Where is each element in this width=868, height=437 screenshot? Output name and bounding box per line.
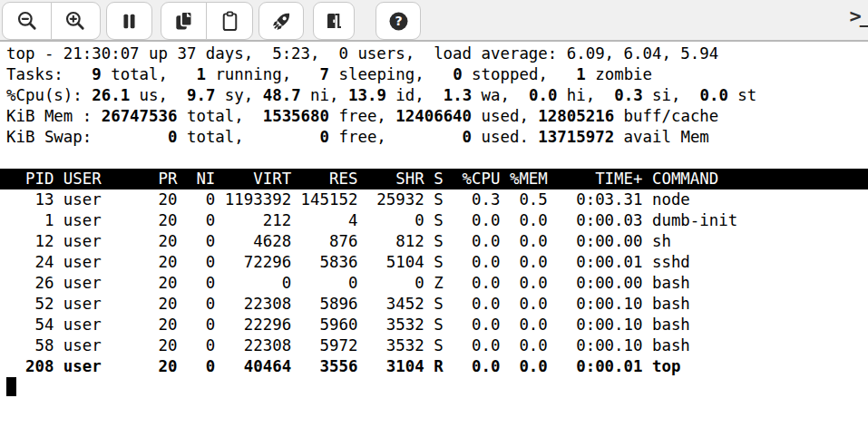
terminal-prompt-icon[interactable]: >_ [850,5,868,27]
summary-line: top - 21:30:07 up 37 days, 5:23, 0 users… [0,44,868,64]
rocket-icon [270,10,293,33]
process-row: 208 user 20 0 40464 3556 3104 R 0.0 0.0 … [0,356,868,377]
top-summary: top - 21:30:07 up 37 days, 5:23, 0 users… [0,44,868,148]
zoom-in-button[interactable] [51,2,101,40]
svg-text:?: ? [395,14,402,28]
summary-line: %Cpu(s): 26.1 us, 9.7 sy, 48.7 ni, 13.9 … [0,85,868,106]
exit-button-group [313,2,355,40]
process-table: 13 user 20 0 1193392 145152 25932 S 0.3 … [0,189,868,377]
process-table-header: PID USER PR NI VIRT RES SHR S %CPU %MEM … [0,169,868,189]
summary-line: KiB Swap: 0 total, 0 free, 0 used. 13715… [0,127,868,148]
process-row: 12 user 20 0 4628 876 812 S 0.0 0.0 0:00… [0,231,868,252]
process-row: 52 user 20 0 22308 5896 3452 S 0.0 0.0 0… [0,294,868,315]
pause-icon [118,10,141,33]
app-window: ? >_ top - 21:30:07 up 37 days, 5:23, 0 … [0,0,868,437]
summary-line: KiB Mem : 26747536 total, 1535680 free, … [0,106,868,127]
zoom-button-group [2,2,101,40]
copy-button[interactable] [161,2,208,40]
process-row: 26 user 20 0 0 0 0 Z 0.0 0.0 0:00.00 bas… [0,273,868,294]
process-row: 58 user 20 0 22308 5972 3532 S 0.0 0.0 0… [0,335,868,356]
question-circle-icon: ? [387,10,410,33]
process-row: 24 user 20 0 72296 5836 5104 S 0.0 0.0 0… [0,252,868,273]
cursor-line [0,377,868,398]
terminal-screen[interactable]: top - 21:30:07 up 37 days, 5:23, 0 users… [0,44,868,437]
help-button[interactable]: ? [375,2,421,40]
process-row: 1 user 20 0 212 4 0 S 0.0 0.0 0:00.03 du… [0,210,868,231]
blank-line [0,148,868,169]
copy-pages-icon [172,9,196,33]
exit-button[interactable] [313,2,355,40]
summary-line: Tasks: 9 total, 1 running, 7 sleeping, 0… [0,64,868,85]
launch-button[interactable] [258,2,304,40]
terminal-cursor [6,377,16,396]
launch-button-group [258,2,304,40]
help-button-group: ? [375,2,421,40]
paste-button[interactable] [206,2,253,40]
pause-button[interactable] [106,2,152,40]
clipboard-icon [219,10,241,33]
clipboard-button-group [161,2,254,40]
magnifier-minus-icon [15,9,39,33]
zoom-out-button[interactable] [2,2,52,40]
pause-button-group [106,2,152,40]
toolbar: ? >_ [0,0,868,42]
process-row: 13 user 20 0 1193392 145152 25932 S 0.3 … [0,189,868,210]
process-row: 54 user 20 0 22296 5960 3532 S 0.0 0.0 0… [0,315,868,335]
door-exit-icon [323,10,345,32]
magnifier-plus-icon [63,9,87,33]
